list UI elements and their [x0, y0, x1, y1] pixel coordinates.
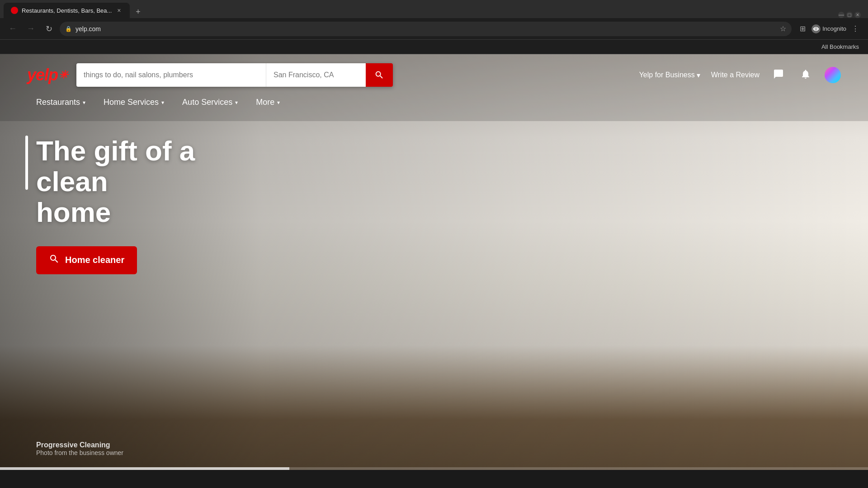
yelp-nav: Restaurants ▾ Home Services ▾ Auto Servi… [27, 94, 841, 112]
incognito-badge: Incognito [811, 24, 846, 33]
bookmark-star-icon[interactable]: ☆ [780, 24, 786, 33]
extensions-icon: ⊞ [800, 24, 806, 33]
incognito-icon [811, 24, 821, 33]
browser-chrome: Restaurants, Dentists, Bars, Bea... × + … [0, 0, 868, 54]
reload-button[interactable]: ↻ [42, 22, 56, 36]
close-window-button[interactable]: × [854, 12, 861, 18]
bell-icon [800, 69, 811, 82]
browser-toolbar: ← → ↻ 🔒 yelp.com ☆ ⊞ Incognito [0, 18, 868, 40]
tab-favicon-yelp [11, 7, 18, 14]
nav-item-more[interactable]: More ▾ [247, 94, 289, 112]
search-near-input[interactable] [266, 63, 366, 87]
auto-services-dropdown-icon: ▾ [235, 99, 238, 106]
tab-close-button[interactable]: × [115, 7, 123, 14]
hero-title-line1: The gift of a clean [36, 135, 195, 197]
yelp-for-business-link[interactable]: Yelp for Business ▾ [639, 71, 700, 80]
menu-button[interactable]: ⋮ [848, 22, 863, 36]
tab-title: Restaurants, Dentists, Bars, Bea... [22, 7, 112, 14]
photo-credit-subtitle: Photo from the business owner [36, 449, 123, 456]
slide-indicators [0, 467, 868, 470]
extensions-button[interactable]: ⊞ [795, 22, 810, 36]
hero-title-line2: home [36, 197, 111, 228]
hero-content: The gift of a clean home Home cleaner [36, 136, 262, 274]
new-tab-button[interactable]: + [132, 5, 144, 18]
write-review-link[interactable]: Write a Review [711, 71, 760, 79]
yelp-for-business-label: Yelp for Business [639, 71, 695, 79]
nav-restaurants-label: Restaurants [36, 98, 80, 107]
search-form [76, 63, 393, 87]
incognito-label: Incognito [822, 25, 846, 32]
hero-accent-line [25, 136, 28, 190]
messages-button[interactable] [770, 67, 787, 83]
back-icon: ← [9, 24, 17, 33]
header-right-actions: Yelp for Business ▾ Write a Review [639, 67, 841, 83]
yelp-header: yelp✳ Yelp for Business ▾ Wr [0, 54, 868, 121]
messages-icon [773, 69, 784, 82]
browser-tabs: Restaurants, Dentists, Bars, Bea... × + … [0, 0, 868, 18]
restaurants-dropdown-icon: ▾ [83, 99, 85, 106]
address-bar[interactable]: 🔒 yelp.com ☆ [60, 22, 792, 36]
nav-item-restaurants[interactable]: Restaurants ▾ [27, 94, 94, 112]
photo-credit-business-name: Progressive Cleaning [36, 441, 123, 449]
back-button[interactable]: ← [5, 22, 20, 36]
menu-icon: ⋮ [852, 24, 859, 33]
bookmarks-bar: All Bookmarks [0, 40, 868, 54]
all-bookmarks-link[interactable]: All Bookmarks [818, 42, 863, 52]
search-submit-button[interactable] [366, 63, 393, 87]
toolbar-actions: ⊞ Incognito ⋮ [795, 22, 863, 36]
yelp-logo[interactable]: yelp✳ [27, 66, 67, 84]
search-submit-icon [374, 70, 384, 80]
minimize-button[interactable]: — [838, 12, 844, 18]
nav-item-auto-services[interactable]: Auto Services ▾ [173, 94, 247, 112]
yelp-website: yelp✳ Yelp for Business ▾ Wr [0, 54, 868, 470]
photo-credit: Progressive Cleaning Photo from the busi… [36, 441, 123, 456]
reload-icon: ↻ [46, 24, 52, 34]
more-dropdown-icon: ▾ [277, 99, 280, 106]
hero-title: The gift of a clean home [36, 136, 262, 228]
forward-icon: → [27, 24, 35, 33]
user-avatar[interactable] [825, 67, 841, 83]
maximize-button[interactable]: □ [846, 12, 853, 18]
bookmarks-bar-right: All Bookmarks [818, 42, 863, 52]
notifications-button[interactable] [797, 67, 814, 83]
business-link-chevron: ▾ [697, 71, 700, 80]
nav-home-services-label: Home Services [104, 98, 159, 107]
nav-auto-services-label: Auto Services [182, 98, 232, 107]
hero-cta-label: Home cleaner [65, 255, 124, 265]
lock-icon: 🔒 [65, 26, 72, 32]
yelp-logo-text: yelp [27, 66, 58, 84]
slide-indicator-active[interactable] [0, 467, 289, 470]
hero-cta-button[interactable]: Home cleaner [36, 246, 137, 274]
yelp-header-top: yelp✳ Yelp for Business ▾ Wr [27, 63, 841, 87]
address-bar-url[interactable]: yelp.com [75, 25, 776, 33]
search-find-input[interactable] [76, 63, 266, 87]
cta-search-icon [49, 253, 60, 267]
active-tab[interactable]: Restaurants, Dentists, Bars, Bea... × [4, 3, 130, 18]
nav-item-home-services[interactable]: Home Services ▾ [94, 94, 173, 112]
yelp-burst-icon: ✳ [59, 69, 67, 81]
nav-more-label: More [256, 98, 274, 107]
write-review-label: Write a Review [711, 71, 760, 79]
home-services-dropdown-icon: ▾ [161, 99, 164, 106]
forward-button[interactable]: → [24, 22, 38, 36]
